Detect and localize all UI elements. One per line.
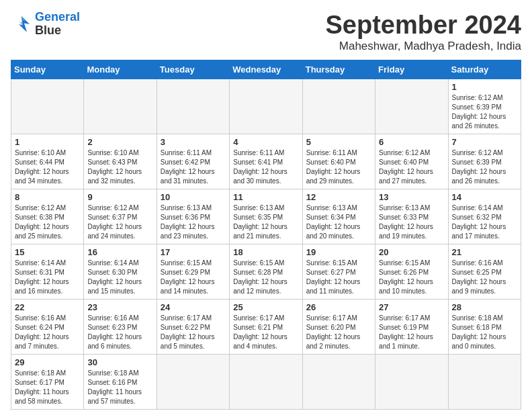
calendar-day: 17 Sunrise: 6:15 AMSunset: 6:29 PMDaylig… xyxy=(157,244,229,300)
day-number: 25 xyxy=(233,302,298,312)
day-info: Sunrise: 6:11 AMSunset: 6:42 PMDaylight:… xyxy=(161,148,226,186)
calendar-day xyxy=(157,79,229,134)
day-info: Sunrise: 6:15 AMSunset: 6:28 PMDaylight:… xyxy=(233,259,298,296)
day-info: Sunrise: 6:11 AMSunset: 6:40 PMDaylight:… xyxy=(306,148,371,186)
day-number: 4 xyxy=(233,137,298,147)
day-number: 8 xyxy=(15,192,80,202)
logo: General Blue xyxy=(11,11,80,38)
column-header-saturday: Saturday xyxy=(448,60,521,79)
calendar-day: 18 Sunrise: 6:15 AMSunset: 6:28 PMDaylig… xyxy=(230,244,302,300)
calendar-day xyxy=(230,79,302,134)
calendar-day: 4 Sunrise: 6:11 AMSunset: 6:41 PMDayligh… xyxy=(230,134,302,189)
day-number: 22 xyxy=(15,302,80,312)
column-header-friday: Friday xyxy=(375,60,448,79)
day-info: Sunrise: 6:18 AMSunset: 6:18 PMDaylight:… xyxy=(452,314,517,351)
page-header: General Blue September 2024 Maheshwar, M… xyxy=(11,11,521,53)
day-number: 3 xyxy=(161,137,226,147)
calendar-header-row: SundayMondayTuesdayWednesdayThursdayFrid… xyxy=(11,60,521,79)
day-number: 23 xyxy=(87,302,152,312)
calendar-day: 14 Sunrise: 6:14 AMSunset: 6:32 PMDaylig… xyxy=(448,189,521,244)
day-info: Sunrise: 6:15 AMSunset: 6:26 PMDaylight:… xyxy=(379,259,444,296)
calendar-day: 26 Sunrise: 6:17 AMSunset: 6:20 PMDaylig… xyxy=(302,300,375,355)
logo-line2: Blue xyxy=(35,24,61,37)
calendar-day xyxy=(157,355,229,410)
column-header-wednesday: Wednesday xyxy=(230,60,302,79)
calendar-day: 5 Sunrise: 6:11 AMSunset: 6:40 PMDayligh… xyxy=(302,134,375,189)
calendar-day: 24 Sunrise: 6:17 AMSunset: 6:22 PMDaylig… xyxy=(157,300,229,355)
day-number: 30 xyxy=(87,357,152,367)
day-number: 14 xyxy=(452,192,517,202)
day-number: 17 xyxy=(161,247,226,257)
day-number: 16 xyxy=(87,247,152,257)
day-number: 13 xyxy=(379,192,444,202)
calendar-day: 16 Sunrise: 6:14 AMSunset: 6:30 PMDaylig… xyxy=(84,244,157,300)
day-number: 12 xyxy=(306,192,371,202)
calendar-day xyxy=(11,79,84,134)
calendar-day xyxy=(448,355,521,410)
day-number: 1 xyxy=(452,82,517,92)
day-number: 6 xyxy=(379,137,444,147)
calendar-day: 19 Sunrise: 6:15 AMSunset: 6:27 PMDaylig… xyxy=(302,244,375,300)
calendar-day: 21 Sunrise: 6:16 AMSunset: 6:25 PMDaylig… xyxy=(448,244,521,300)
logo-line1: General xyxy=(35,10,80,24)
day-info: Sunrise: 6:12 AMSunset: 6:38 PMDaylight:… xyxy=(15,203,80,241)
logo-text: General Blue xyxy=(35,11,80,38)
calendar-week-1: 1 Sunrise: 6:12 AMSunset: 6:39 PMDayligh… xyxy=(11,79,521,134)
calendar-day xyxy=(375,355,448,410)
day-info: Sunrise: 6:13 AMSunset: 6:36 PMDaylight:… xyxy=(161,203,226,241)
day-info: Sunrise: 6:18 AMSunset: 6:17 PMDaylight:… xyxy=(15,369,80,406)
column-header-tuesday: Tuesday xyxy=(157,60,229,79)
day-number: 28 xyxy=(452,302,517,312)
calendar-day: 27 Sunrise: 6:17 AMSunset: 6:19 PMDaylig… xyxy=(375,300,448,355)
calendar-week-2: 1 Sunrise: 6:10 AMSunset: 6:44 PMDayligh… xyxy=(11,134,521,189)
calendar-day: 23 Sunrise: 6:16 AMSunset: 6:23 PMDaylig… xyxy=(84,300,157,355)
day-info: Sunrise: 6:13 AMSunset: 6:33 PMDaylight:… xyxy=(379,203,444,241)
svg-marker-0 xyxy=(19,16,30,32)
calendar-day: 12 Sunrise: 6:13 AMSunset: 6:34 PMDaylig… xyxy=(302,189,375,244)
day-number: 9 xyxy=(87,192,152,202)
calendar-day: 10 Sunrise: 6:13 AMSunset: 6:36 PMDaylig… xyxy=(157,189,229,244)
day-info: Sunrise: 6:11 AMSunset: 6:41 PMDaylight:… xyxy=(233,148,298,186)
day-info: Sunrise: 6:17 AMSunset: 6:20 PMDaylight:… xyxy=(306,314,371,351)
day-number: 10 xyxy=(161,192,226,202)
day-info: Sunrise: 6:18 AMSunset: 6:16 PMDaylight:… xyxy=(87,369,152,406)
calendar-day: 1 Sunrise: 6:12 AMSunset: 6:39 PMDayligh… xyxy=(448,79,521,134)
calendar-day xyxy=(302,79,375,134)
calendar-week-6: 29 Sunrise: 6:18 AMSunset: 6:17 PMDaylig… xyxy=(11,355,521,410)
day-info: Sunrise: 6:13 AMSunset: 6:35 PMDaylight:… xyxy=(233,203,298,241)
day-number: 18 xyxy=(233,247,298,257)
day-number: 2 xyxy=(87,137,152,147)
calendar-week-4: 15 Sunrise: 6:14 AMSunset: 6:31 PMDaylig… xyxy=(11,244,521,300)
day-info: Sunrise: 6:12 AMSunset: 6:39 PMDaylight:… xyxy=(452,148,517,186)
day-info: Sunrise: 6:16 AMSunset: 6:23 PMDaylight:… xyxy=(87,314,152,351)
calendar-day: 29 Sunrise: 6:18 AMSunset: 6:17 PMDaylig… xyxy=(11,355,84,410)
calendar-week-3: 8 Sunrise: 6:12 AMSunset: 6:38 PMDayligh… xyxy=(11,189,521,244)
day-number: 15 xyxy=(15,247,80,257)
day-info: Sunrise: 6:12 AMSunset: 6:40 PMDaylight:… xyxy=(379,148,444,186)
day-info: Sunrise: 6:10 AMSunset: 6:44 PMDaylight:… xyxy=(15,148,80,186)
day-number: 20 xyxy=(379,247,444,257)
day-number: 26 xyxy=(306,302,371,312)
day-info: Sunrise: 6:14 AMSunset: 6:30 PMDaylight:… xyxy=(87,259,152,296)
calendar-day: 9 Sunrise: 6:12 AMSunset: 6:37 PMDayligh… xyxy=(84,189,157,244)
calendar-day: 28 Sunrise: 6:18 AMSunset: 6:18 PMDaylig… xyxy=(448,300,521,355)
day-info: Sunrise: 6:16 AMSunset: 6:25 PMDaylight:… xyxy=(452,259,517,296)
day-number: 21 xyxy=(452,247,517,257)
day-info: Sunrise: 6:12 AMSunset: 6:39 PMDaylight:… xyxy=(452,93,517,131)
day-number: 11 xyxy=(233,192,298,202)
day-info: Sunrise: 6:13 AMSunset: 6:34 PMDaylight:… xyxy=(306,203,371,241)
day-info: Sunrise: 6:12 AMSunset: 6:37 PMDaylight:… xyxy=(87,203,152,241)
day-info: Sunrise: 6:14 AMSunset: 6:31 PMDaylight:… xyxy=(15,259,80,296)
calendar-day: 20 Sunrise: 6:15 AMSunset: 6:26 PMDaylig… xyxy=(375,244,448,300)
calendar-day: 13 Sunrise: 6:13 AMSunset: 6:33 PMDaylig… xyxy=(375,189,448,244)
day-number: 24 xyxy=(161,302,226,312)
calendar-day: 7 Sunrise: 6:12 AMSunset: 6:39 PMDayligh… xyxy=(448,134,521,189)
day-info: Sunrise: 6:10 AMSunset: 6:43 PMDaylight:… xyxy=(87,148,152,186)
day-info: Sunrise: 6:15 AMSunset: 6:27 PMDaylight:… xyxy=(306,259,371,296)
calendar-day: 6 Sunrise: 6:12 AMSunset: 6:40 PMDayligh… xyxy=(375,134,448,189)
day-info: Sunrise: 6:17 AMSunset: 6:22 PMDaylight:… xyxy=(161,314,226,351)
title-section: September 2024 Maheshwar, Madhya Pradesh… xyxy=(326,11,522,53)
location-title: Maheshwar, Madhya Pradesh, India xyxy=(326,40,522,53)
day-number: 27 xyxy=(379,302,444,312)
calendar-day: 30 Sunrise: 6:18 AMSunset: 6:16 PMDaylig… xyxy=(84,355,157,410)
